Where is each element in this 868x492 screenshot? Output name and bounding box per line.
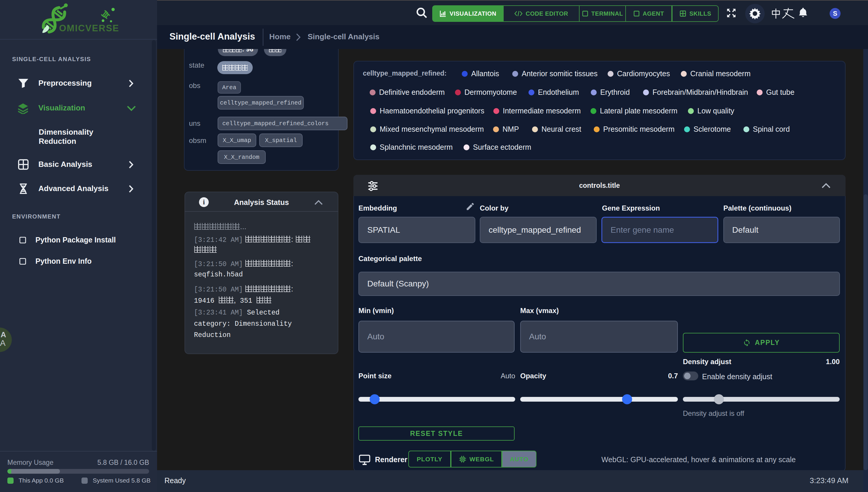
- svg-text:OMICVERSE: OMICVERSE: [59, 23, 119, 33]
